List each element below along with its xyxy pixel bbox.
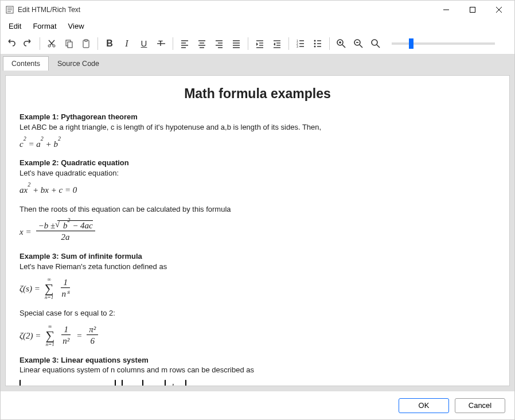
svg-rect-5 — [470, 7, 475, 13]
svg-text:3: 3 — [296, 45, 298, 48]
example3-head: Example 3: Sum of infinite formula — [19, 251, 496, 262]
svg-point-9 — [53, 45, 55, 47]
separator — [329, 37, 330, 50]
underline-icon[interactable]: U — [136, 36, 152, 52]
strike-icon[interactable]: T — [153, 36, 169, 52]
titlebar: Edit HTML/Rich Text — [1, 1, 514, 19]
vector-b: b₁ b₂ ⋮ — [165, 380, 186, 386]
indent-decrease-icon[interactable] — [269, 36, 285, 52]
tabstrip: Contents Source Code — [1, 55, 514, 71]
bold-icon[interactable]: B — [102, 36, 118, 52]
align-justify-icon[interactable] — [228, 36, 244, 52]
list-ordered-icon[interactable]: 123 — [292, 36, 309, 52]
copy-icon[interactable] — [61, 36, 77, 52]
maximize-button[interactable] — [459, 1, 486, 19]
separator — [97, 37, 98, 50]
example2-formula2: x = −b ± b2 − 4ac 2a — [19, 220, 496, 243]
separator — [173, 37, 173, 50]
zoom-slider[interactable] — [392, 42, 495, 45]
example4-matrices: a₁₁a₁₂a₁₃…a₁ₙ a₂₁a₂₂a₂₃…a₂ₙ ⋮⋮⋮⋮ x₁ x₂ ⋮… — [19, 380, 496, 386]
zoom-slider-thumb[interactable] — [409, 38, 413, 49]
svg-rect-11 — [68, 42, 72, 48]
cancel-button[interactable]: Cancel — [455, 398, 505, 413]
app-icon — [5, 5, 14, 14]
svg-line-60 — [377, 45, 380, 48]
indent-increase-icon[interactable] — [252, 36, 268, 52]
svg-point-59 — [372, 40, 377, 45]
example2-body2: Then the roots of this equation can be c… — [19, 204, 496, 215]
menu-view[interactable]: View — [63, 21, 90, 32]
minimize-button[interactable] — [433, 1, 459, 19]
svg-point-48 — [314, 45, 316, 47]
zoom-out-icon[interactable] — [350, 36, 366, 52]
example2-formula1: ax2 + bx + c = 0 — [19, 184, 496, 196]
italic-icon[interactable]: I — [119, 36, 135, 52]
svg-point-46 — [314, 40, 316, 41]
redo-icon[interactable] — [20, 36, 36, 52]
separator — [40, 37, 40, 50]
example3-zeta: ζ(s) = ∞ ∑ n=1 1 nˢ — [19, 277, 496, 300]
example3-body2: Special case for s equal to 2: — [19, 308, 496, 318]
example1-head: Example 1: Pythagorean theorem — [19, 112, 496, 122]
window-title: Edit HTML/Rich Text — [18, 6, 433, 14]
example3-zeta2: ζ(2) = ∞ ∑ n=1 1 n² = π² 6 — [19, 324, 496, 347]
svg-point-47 — [314, 42, 316, 44]
list-bullet-icon[interactable] — [310, 36, 326, 52]
content-host: Math formula examples Example 1: Pythago… — [1, 71, 514, 391]
vector-x: x₁ x₂ ⋮ — [122, 380, 143, 386]
close-button[interactable] — [486, 1, 512, 19]
menu-edit[interactable]: Edit — [3, 21, 27, 32]
example2-head: Example 2: Quadratic equation — [19, 158, 496, 168]
example3-body1: Let's have Rieman's zeta function define… — [19, 262, 496, 272]
undo-icon[interactable] — [3, 36, 19, 52]
menu-format[interactable]: Format — [27, 21, 62, 32]
separator — [288, 37, 289, 50]
align-center-icon[interactable] — [194, 36, 210, 52]
example4-head: Example 3: Linear equations system — [19, 355, 496, 365]
example1-formula: c2 = a2 + b2 — [19, 138, 496, 150]
page-title: Math formula examples — [19, 85, 496, 103]
svg-point-8 — [48, 45, 50, 47]
paste-icon[interactable] — [78, 36, 94, 52]
footer: OK Cancel — [1, 391, 514, 419]
align-right-icon[interactable] — [211, 36, 227, 52]
svg-line-57 — [360, 45, 362, 48]
tab-contents[interactable]: Contents — [3, 56, 49, 71]
matrix-a: a₁₁a₁₂a₁₃…a₁ₙ a₂₁a₂₂a₂₃…a₂ₙ ⋮⋮⋮⋮ — [19, 380, 116, 386]
example1-body: Let ABC be a right triangle, c is length… — [19, 122, 496, 133]
svg-rect-13 — [85, 40, 87, 41]
ok-button[interactable]: OK — [399, 398, 449, 413]
separator — [248, 37, 248, 50]
svg-line-53 — [342, 45, 345, 48]
example4-body: Linear equations system of n columns and… — [19, 365, 496, 375]
example2-body1: Let's have quadratic equation: — [19, 168, 496, 178]
menubar: Edit Format View — [1, 19, 514, 33]
zoom-reset-icon[interactable] — [368, 36, 384, 52]
zoom-in-icon[interactable] — [333, 36, 349, 52]
tab-source-code[interactable]: Source Code — [49, 56, 108, 71]
cut-icon[interactable] — [44, 36, 60, 52]
toolbar: B I U T 123 — [1, 33, 514, 55]
editor-content[interactable]: Math formula examples Example 1: Pythago… — [5, 75, 510, 386]
align-left-icon[interactable] — [177, 36, 193, 52]
